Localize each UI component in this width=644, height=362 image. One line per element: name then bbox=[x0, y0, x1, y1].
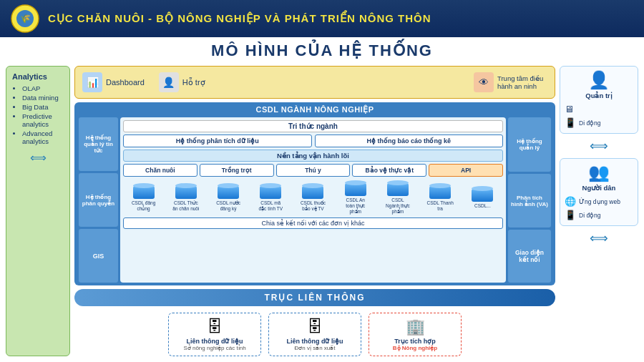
analytics-panel: Analytics OLAP Data mining Big Data Pred… bbox=[6, 66, 70, 356]
db-cyl-8: CSDL Thanh tra bbox=[426, 183, 454, 212]
mobile2-icon: 📱 bbox=[565, 210, 576, 220]
analytics-item: OLAP bbox=[22, 84, 64, 92]
db-cyl-2: CSDL Thức ăn chăn nuôi bbox=[172, 183, 200, 212]
admin-section: 👤 Quản trị 🖥 📱 Di động bbox=[560, 66, 638, 134]
right-panel: 👤 Quản trị 🖥 📱 Di động ⟺ 👥 Người dân 🌐 Ứ… bbox=[560, 66, 638, 356]
module-bao-ve: Bảo vệ thực vật bbox=[352, 164, 426, 177]
left-label-1: Hệ thống quản lý tin tức bbox=[79, 117, 118, 171]
dashboard-icon: 📊 bbox=[82, 72, 102, 92]
web-icon: 🌐 bbox=[565, 196, 576, 207]
db-inner-layout: Hệ thống quản lý tin tức Hệ thống phân q… bbox=[79, 117, 551, 283]
logo: 🌾 bbox=[11, 4, 39, 33]
trunk-bar: TRỤC LIÊN THÔNG bbox=[74, 289, 555, 306]
module-trong-trot: Trồng trọt bbox=[200, 164, 274, 177]
arrow-right-user: ⟺ bbox=[560, 230, 638, 246]
db-cyl-5: CSDL thuốc bảo vệ TV bbox=[299, 183, 326, 212]
bottom-box-label-1: Liên thông dữ liệu bbox=[176, 338, 253, 345]
analytics-list: OLAP Data mining Big Data Predictive ana… bbox=[12, 84, 64, 145]
nav-dashboard: 📊 Dashboard bbox=[82, 72, 145, 92]
left-label-3: GIS bbox=[79, 229, 118, 283]
cyl-top bbox=[133, 183, 155, 188]
knowledge-row: Tri thức ngành bbox=[123, 120, 503, 132]
bottom-box-icon-1: 🗄 bbox=[176, 318, 253, 336]
db-inner-main: Tri thức ngành Hệ thống phân tích dữ liệ… bbox=[120, 117, 506, 283]
user-title: Người dân bbox=[565, 184, 633, 192]
bottom-box-sub-1: Sở nông nghiệp các tỉnh bbox=[176, 345, 253, 351]
bottom-boxes: 🗄 Liên thông dữ liệu Sở nông nghiệp các … bbox=[74, 310, 555, 356]
inner-area: Tri thức ngành Hệ thống phân tích dữ liệ… bbox=[120, 117, 506, 283]
report-box: Hệ thống báo cáo thống kê bbox=[315, 134, 504, 147]
page-title: MÔ HÌNH CỦA HỆ THỐNG bbox=[0, 41, 644, 60]
mobile-icon: 📱 bbox=[565, 117, 576, 128]
db-cyl-3: CSDL nước đăng ký bbox=[215, 183, 242, 212]
bottom-box-1: 🗄 Liên thông dữ liệu Sở nông nghiệp các … bbox=[168, 313, 261, 356]
bottom-box-sub-3: Bộ Nông nghiệp bbox=[376, 345, 454, 351]
analysis-report-row: Hệ thống phân tích dữ liệu Hệ thống báo … bbox=[123, 134, 503, 147]
right-label-3: Giao diện kết nối bbox=[508, 230, 551, 283]
svg-text:🌾: 🌾 bbox=[20, 13, 31, 24]
db-cyl-6: CSDL An toàn thực phẩm bbox=[342, 180, 369, 214]
platform-row: Nền tảng vận hành lõi bbox=[123, 150, 503, 162]
page-title-bar: MÔ HÌNH CỦA HỆ THỐNG bbox=[0, 37, 644, 63]
arrow-right-admin: ⟺ bbox=[560, 138, 638, 154]
desktop-icon: 🖥 bbox=[565, 104, 574, 114]
top-nav: 📊 Dashboard 👤 Hỗ trợ 👁 Trung tâm điều hà… bbox=[74, 66, 555, 99]
module-api: API bbox=[429, 164, 503, 177]
main-content: Analytics OLAP Data mining Big Data Pred… bbox=[0, 63, 644, 359]
db-section: CSDL NGÀNH NÔNG NGHIỆP Hệ thống quản lý … bbox=[74, 102, 555, 285]
analysis-box: Hệ thống phân tích dữ liệu bbox=[123, 134, 312, 147]
nav-trungtam: 👁 Trung tâm điều hành an ninh bbox=[474, 72, 547, 92]
bottom-box-icon-2: 🗄 bbox=[276, 318, 353, 336]
right-side-labels: Hệ thống quản lý Phân tích hình ảnh (VA)… bbox=[508, 117, 551, 283]
bottom-box-label-2: Liên thông dữ liệu bbox=[276, 338, 353, 345]
nav-hotro: 👤 Hỗ trợ bbox=[159, 72, 205, 92]
module-chan-nuoi: Chăn nuôi bbox=[123, 164, 197, 177]
user-section: 👥 Người dân 🌐 Ứng dụng web 📱 Di động bbox=[560, 158, 638, 226]
right-label-1: Hệ thống quản lý bbox=[508, 117, 551, 172]
left-side-labels: Hệ thống quản lý tin tức Hệ thống phân q… bbox=[79, 117, 118, 283]
db-cyl-7: CSDL Ngành thực phẩm bbox=[384, 180, 411, 214]
db-cyl-4: CSDL mã đặc tính TV bbox=[257, 183, 284, 212]
admin-title: Quản trị bbox=[565, 92, 633, 99]
db-title: CSDL NGÀNH NÔNG NGHIỆP bbox=[79, 105, 551, 114]
header: 🌾 CỤC CHĂN NUÔI - BỘ NÔNG NGHIỆP VÀ PHÁT… bbox=[0, 0, 644, 37]
admin-item-mobile: 📱 Di động bbox=[565, 116, 633, 129]
bottom-box-label-3: Trục tích hợp bbox=[376, 338, 454, 345]
db-cyl-1: CSDL đăng chủng bbox=[130, 183, 157, 212]
analytics-item: Data mining bbox=[22, 94, 64, 102]
share-row: Chia sẻ kết nối với các đơn vị khác bbox=[123, 217, 503, 229]
bottom-box-3: 🏢 Trục tích hợp Bộ Nông nghiệp bbox=[369, 313, 462, 356]
bottom-box-2: 🗄 Liên thông dữ liệu Đơn vị sản xuất bbox=[268, 313, 361, 356]
db-cyl-9: CSDL... bbox=[469, 186, 496, 209]
admin-item-desktop: 🖥 bbox=[565, 102, 633, 116]
analytics-title: Analytics bbox=[12, 72, 64, 81]
module-thu-y: Thú y bbox=[276, 164, 351, 177]
admin-icon: 👤 bbox=[565, 70, 633, 90]
hotro-icon: 👤 bbox=[159, 72, 179, 92]
bottom-box-icon-3: 🏢 bbox=[376, 318, 454, 336]
analytics-item: Predictive analytics bbox=[22, 112, 64, 128]
module-row: Chăn nuôi Trồng trọt Thú y Bảo vệ thực v… bbox=[123, 164, 503, 177]
left-label-2: Hệ thống phân quyền bbox=[79, 173, 118, 227]
right-label-2: Phân tích hình ảnh (VA) bbox=[508, 174, 551, 228]
db-cylinders-row: CSDL đăng chủng CSDL Thức ăn chăn nuôi C bbox=[123, 179, 503, 215]
user-item-web: 🌐 Ứng dụng web bbox=[565, 195, 633, 208]
bottom-box-sub-2: Đơn vị sản xuất bbox=[276, 345, 353, 351]
header-title: CỤC CHĂN NUÔI - BỘ NÔNG NGHIỆP VÀ PHÁT T… bbox=[48, 12, 431, 25]
trungtam-icon: 👁 bbox=[474, 72, 494, 92]
user-icon: 👥 bbox=[565, 162, 633, 182]
user-item-mobile: 📱 Di động bbox=[565, 208, 633, 222]
analytics-item: Advanced analytics bbox=[22, 129, 64, 145]
analytics-item: Big Data bbox=[22, 103, 64, 111]
cyl-label: CSDL đăng chủng bbox=[130, 200, 157, 212]
center-diagram: 📊 Dashboard 👤 Hỗ trợ 👁 Trung tâm điều hà… bbox=[74, 66, 555, 356]
